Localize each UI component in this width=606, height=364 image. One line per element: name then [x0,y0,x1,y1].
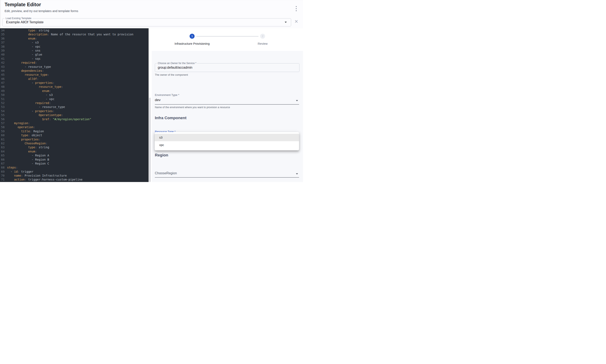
load-template-value: Example AllOf Template [6,18,43,26]
code-line[interactable]: 61 properties: [0,138,149,142]
region-heading: Region [155,153,168,157]
code-line[interactable]: 71 action: trigger:harness-custom-pipeli… [0,178,149,182]
code-line[interactable]: 34 type: string [0,28,149,32]
code-line[interactable]: 50 - s3 [0,93,149,97]
stepper-step-1-icon[interactable]: 1 [190,34,195,39]
code-lines: 34 type: string35 description: Name of t… [0,28,149,182]
dropdown-arrow-icon[interactable] [285,22,287,23]
environment-type-select[interactable]: dev [155,98,160,102]
code-line[interactable]: 40 - glue [0,53,149,57]
code-line[interactable]: 56 $ref: "#/myregion/operation" [0,117,149,121]
clear-icon[interactable]: ✕ [294,19,299,24]
stepper-step-1-label: Infrastructure Provisioning [165,42,219,45]
code-line[interactable]: 58 operation: [0,125,149,129]
code-line[interactable]: 62 ChooseRegion: [0,142,149,145]
code-line[interactable]: 49 enum: [0,89,149,93]
resource-type-menu: s3 vpc [155,132,299,150]
stepper-step-2-label: Review [236,42,290,45]
code-line[interactable]: 64 enum: [0,150,149,154]
dropdown-arrow-icon[interactable] [296,173,298,174]
dropdown-arrow-icon[interactable] [296,100,298,101]
code-line[interactable]: 54 - properties: [0,109,149,113]
code-line[interactable]: 48 resource_type: [0,85,149,89]
owner-field[interactable]: Choose an Owner for the Service * group:… [155,63,300,72]
code-line[interactable]: 57 myregion: [0,121,149,125]
code-line[interactable]: 69 - id: trigger [0,170,149,174]
menu-item-vpc[interactable]: vpc [155,141,299,149]
choose-region-select[interactable]: ChooseRegion [155,171,177,175]
environment-type-label: Environment Type * [155,93,179,96]
page-subtitle: Edit, preview, and try out templates and… [5,9,78,13]
stepper-step-2-icon[interactable]: 2 [260,34,265,39]
code-line[interactable]: 46 allOf: [0,77,149,81]
code-line[interactable]: 45 resource_type: [0,73,149,77]
code-line[interactable]: 52 required: [0,101,149,105]
code-line[interactable]: 37 - s3 [0,40,149,44]
code-line[interactable]: 47 - properties: [0,81,149,85]
code-line[interactable]: 63 type: string [0,145,149,149]
code-line[interactable]: 44 dependencies: [0,69,149,73]
owner-field-value: group:default/accadmin [158,64,192,72]
code-line[interactable]: 39 - sns [0,49,149,53]
code-line[interactable]: 35 description: Name of the resource tha… [0,32,149,36]
page-title: Template Editor [5,2,41,8]
code-line[interactable]: 51 - vpc [0,97,149,101]
choose-region-underline [155,177,299,178]
top-bar: Template Editor Edit, preview, and try o… [0,0,303,28]
infra-component-heading: Infra Component [155,116,186,120]
environment-type-underline [155,104,299,105]
code-line[interactable]: 70 name: Provision Infrastructure [0,174,149,178]
code-line[interactable]: 42 required: [0,61,149,65]
code-line[interactable]: 67 - Region C [0,162,149,166]
code-line[interactable]: 60 type: object [0,133,149,137]
code-line[interactable]: 65 - Region A [0,154,149,157]
code-line[interactable]: 38 - vpc [0,45,149,49]
yaml-code-editor[interactable]: 34 type: string35 description: Name of t… [0,28,149,182]
template-form-panel: 1 2 Infrastructure Provisioning Review C… [152,28,303,182]
editor-vertical-scrollbar[interactable] [149,98,151,182]
code-line[interactable]: 68steps: [0,166,149,169]
menu-item-s3[interactable]: s3 [155,134,299,141]
code-line[interactable]: 36 enum: [0,37,149,40]
load-template-select[interactable]: Load Existing Template Example AllOf Tem… [2,18,291,26]
code-line[interactable]: 55 Operationtype: [0,113,149,117]
code-line[interactable]: 43 - resource_type [0,65,149,69]
kebab-menu-icon[interactable] [293,5,299,12]
environment-type-helper: Name of the environment where you want t… [155,106,230,109]
code-line[interactable]: 53 - resource_type [0,105,149,109]
code-line[interactable]: 41 - sqs [0,57,149,61]
owner-field-helper: The owner of the component [155,73,188,76]
code-line[interactable]: 66 - Region B [0,158,149,162]
code-line[interactable]: 59 title: Region [0,129,149,133]
